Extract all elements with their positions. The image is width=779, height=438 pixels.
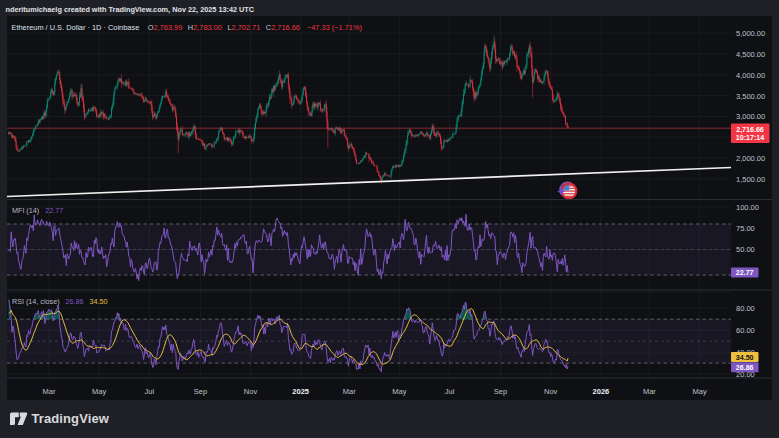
- svg-text:2026: 2026: [593, 387, 610, 396]
- svg-text:2,000.00: 2,000.00: [736, 154, 765, 163]
- svg-text:75.00: 75.00: [736, 224, 755, 233]
- svg-text:34.50: 34.50: [736, 354, 754, 362]
- svg-text:80.00: 80.00: [736, 304, 755, 313]
- svg-text:Sep: Sep: [194, 387, 207, 396]
- svg-text:May: May: [92, 387, 106, 396]
- svg-text:Mar: Mar: [43, 387, 56, 396]
- svg-text:22.77: 22.77: [736, 269, 754, 277]
- svg-text:Mar: Mar: [343, 387, 356, 396]
- svg-text:Sep: Sep: [494, 387, 507, 396]
- svg-text:4,500.00: 4,500.00: [736, 50, 765, 59]
- svg-text:50.00: 50.00: [736, 245, 755, 254]
- svg-text:26.86: 26.86: [736, 364, 754, 372]
- svg-text:3,000.00: 3,000.00: [736, 112, 765, 121]
- svg-text:60.00: 60.00: [736, 326, 755, 335]
- svg-text:1,500.00: 1,500.00: [736, 175, 765, 184]
- svg-text:TradingView: TradingView: [32, 411, 110, 426]
- svg-text:May: May: [693, 387, 707, 396]
- svg-text:Jul: Jul: [145, 387, 155, 396]
- svg-text:nderitumichaelg created with T: nderitumichaelg created with TradingView…: [6, 5, 255, 14]
- svg-text:Nov: Nov: [544, 387, 558, 396]
- svg-text:MFI (14)22.77: MFI (14)22.77: [12, 206, 63, 215]
- svg-text:Nov: Nov: [244, 387, 258, 396]
- svg-text:10:17:14: 10:17:14: [736, 134, 764, 142]
- svg-text:4,000.00: 4,000.00: [736, 71, 765, 80]
- svg-text:5,000.00: 5,000.00: [736, 29, 765, 38]
- svg-text:May: May: [392, 387, 406, 396]
- svg-text:Jul: Jul: [445, 387, 455, 396]
- svg-text:Mar: Mar: [643, 387, 656, 396]
- svg-text:3,500.00: 3,500.00: [736, 92, 765, 101]
- svg-text:2025: 2025: [292, 387, 309, 396]
- svg-text:2,716.66: 2,716.66: [736, 126, 764, 134]
- svg-text:100.00: 100.00: [736, 203, 759, 212]
